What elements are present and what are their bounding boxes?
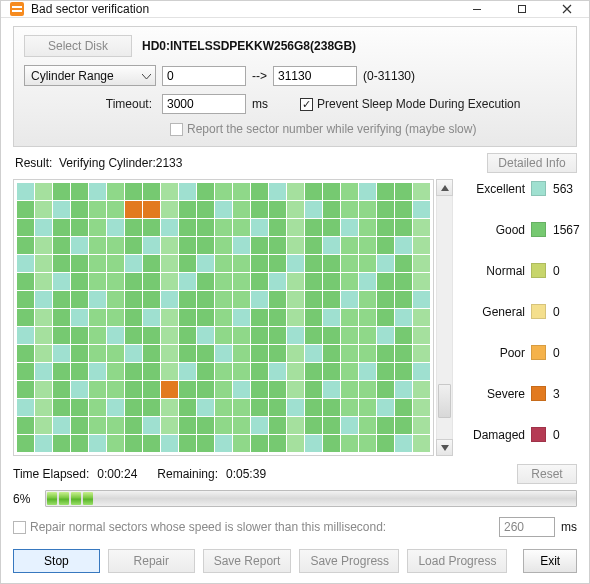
grid-cell bbox=[53, 435, 70, 452]
grid-cell bbox=[269, 435, 286, 452]
range-mode-combo[interactable]: Cylinder Range bbox=[24, 65, 156, 86]
grid-cell bbox=[287, 219, 304, 236]
progress-segment bbox=[59, 492, 69, 505]
grid-cell bbox=[359, 363, 376, 380]
reset-button[interactable]: Reset bbox=[517, 464, 577, 484]
block-grid-scrollbar[interactable] bbox=[436, 179, 453, 456]
grid-cell bbox=[161, 255, 178, 272]
grid-cell bbox=[269, 273, 286, 290]
timeout-input[interactable] bbox=[162, 94, 246, 114]
exit-button[interactable]: Exit bbox=[523, 549, 577, 573]
checkbox-icon bbox=[13, 521, 26, 534]
grid-cell bbox=[233, 363, 250, 380]
grid-cell bbox=[395, 417, 412, 434]
svg-rect-0 bbox=[10, 2, 24, 16]
grid-cell bbox=[143, 327, 160, 344]
grid-cell bbox=[395, 309, 412, 326]
stop-button[interactable]: Stop bbox=[13, 549, 100, 573]
grid-cell bbox=[215, 399, 232, 416]
block-grid bbox=[16, 182, 431, 453]
grid-cell bbox=[341, 381, 358, 398]
grid-cell bbox=[233, 435, 250, 452]
grid-cell bbox=[17, 363, 34, 380]
grid-cell bbox=[359, 309, 376, 326]
scroll-up-icon[interactable] bbox=[436, 179, 453, 196]
grid-cell bbox=[71, 255, 88, 272]
maximize-button[interactable] bbox=[499, 1, 544, 17]
grid-cell bbox=[395, 273, 412, 290]
grid-cell bbox=[215, 435, 232, 452]
scroll-thumb[interactable] bbox=[438, 384, 451, 418]
repair-button[interactable]: Repair bbox=[108, 549, 195, 573]
range-from-input[interactable] bbox=[162, 66, 246, 86]
grid-cell bbox=[89, 273, 106, 290]
result-status: Result: Verifying Cylinder:2133 bbox=[13, 156, 182, 170]
save-report-button[interactable]: Save Report bbox=[203, 549, 292, 573]
block-grid-wrap bbox=[13, 179, 434, 456]
repair-threshold-checkbox[interactable]: Repair normal sectors whose speed is slo… bbox=[13, 520, 386, 534]
grid-cell bbox=[53, 201, 70, 218]
grid-cell bbox=[125, 237, 142, 254]
grid-cell bbox=[89, 363, 106, 380]
minimize-button[interactable] bbox=[454, 1, 499, 17]
grid-cell bbox=[143, 255, 160, 272]
grid-cell bbox=[359, 219, 376, 236]
legend-name: Severe bbox=[461, 387, 525, 401]
repair-threshold-input[interactable] bbox=[499, 517, 555, 537]
grid-cell bbox=[287, 399, 304, 416]
legend-row: Poor0 bbox=[461, 345, 590, 360]
grid-cell bbox=[179, 183, 196, 200]
grid-cell bbox=[161, 435, 178, 452]
grid-cell bbox=[341, 273, 358, 290]
select-disk-button[interactable]: Select Disk bbox=[24, 35, 132, 57]
grid-cell bbox=[125, 255, 142, 272]
grid-cell bbox=[71, 381, 88, 398]
grid-cell bbox=[143, 237, 160, 254]
remaining-value: 0:05:39 bbox=[226, 467, 266, 481]
grid-cell bbox=[341, 417, 358, 434]
grid-cell bbox=[233, 273, 250, 290]
grid-cell bbox=[197, 255, 214, 272]
close-button[interactable] bbox=[544, 1, 589, 17]
grid-cell bbox=[17, 255, 34, 272]
grid-cell bbox=[161, 309, 178, 326]
grid-cell bbox=[89, 417, 106, 434]
prevent-sleep-checkbox[interactable]: Prevent Sleep Mode During Execution bbox=[300, 97, 520, 111]
grid-cell bbox=[17, 183, 34, 200]
grid-cell bbox=[269, 399, 286, 416]
grid-cell bbox=[377, 291, 394, 308]
grid-cell bbox=[413, 399, 430, 416]
scroll-down-icon[interactable] bbox=[436, 439, 453, 456]
grid-cell bbox=[413, 219, 430, 236]
grid-cell bbox=[215, 327, 232, 344]
range-to-input[interactable] bbox=[273, 66, 357, 86]
grid-cell bbox=[323, 309, 340, 326]
grid-cell bbox=[215, 291, 232, 308]
grid-cell bbox=[89, 309, 106, 326]
load-progress-button[interactable]: Load Progress bbox=[407, 549, 507, 573]
detailed-info-button[interactable]: Detailed Info bbox=[487, 153, 577, 173]
grid-cell bbox=[305, 417, 322, 434]
grid-cell bbox=[179, 201, 196, 218]
grid-cell bbox=[143, 201, 160, 218]
report-sector-checkbox[interactable]: Report the sector number while verifying… bbox=[170, 122, 476, 136]
result-header: Result: Verifying Cylinder:2133 Detailed… bbox=[13, 153, 577, 173]
grid-cell bbox=[197, 273, 214, 290]
grid-cell bbox=[377, 363, 394, 380]
grid-cell bbox=[161, 201, 178, 218]
grid-cell bbox=[71, 219, 88, 236]
save-progress-button[interactable]: Save Progress bbox=[299, 549, 399, 573]
grid-cell bbox=[341, 327, 358, 344]
grid-cell bbox=[341, 309, 358, 326]
grid-cell bbox=[341, 255, 358, 272]
grid-cell bbox=[125, 273, 142, 290]
grid-cell bbox=[161, 237, 178, 254]
grid-cell bbox=[395, 363, 412, 380]
grid-cell bbox=[359, 291, 376, 308]
scroll-track[interactable] bbox=[436, 196, 453, 439]
legend-count: 0 bbox=[553, 428, 590, 442]
grid-cell bbox=[395, 219, 412, 236]
legend-swatch bbox=[531, 181, 546, 196]
chevron-down-icon bbox=[142, 69, 151, 83]
grid-cell bbox=[359, 345, 376, 362]
